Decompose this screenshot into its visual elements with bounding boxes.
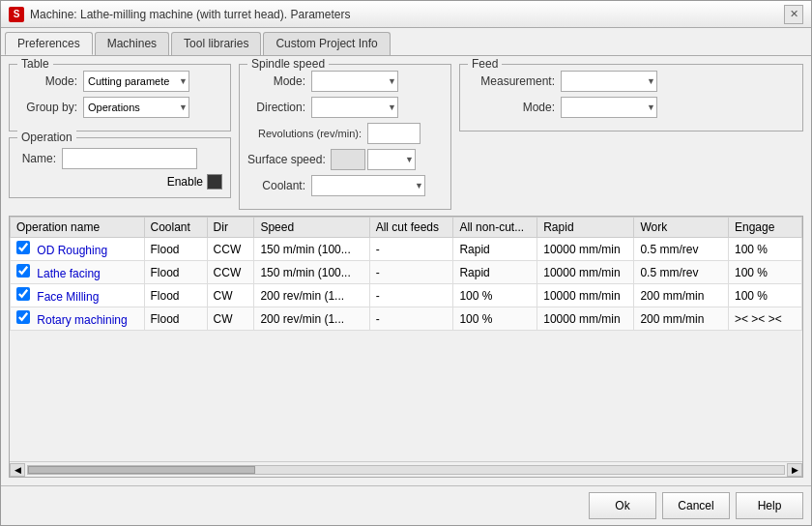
row-link-2[interactable]: Face Milling: [37, 290, 99, 304]
spindle-mode-label: Mode:: [247, 74, 305, 88]
scrollbar-thumb[interactable]: [28, 466, 255, 474]
spindle-dir-row: Direction: ▼: [247, 97, 443, 118]
row-link-0[interactable]: OD Roughing: [37, 244, 107, 257]
left-panels: Table Mode: Cutting paramete ▼ Group by:: [9, 64, 231, 198]
table-row[interactable]: Rotary machining Flood CW 200 rev/min (1…: [11, 307, 802, 331]
col-header-engage: Engage: [729, 218, 802, 238]
mode-select[interactable]: Cutting paramete: [83, 71, 189, 92]
cell-speed-1: 150 m/min (100...: [254, 261, 369, 284]
row-checkbox-3[interactable]: [16, 310, 30, 324]
cell-engage-1: 100 %: [729, 261, 802, 284]
cell-work-3: 200 mm/min: [634, 307, 729, 331]
spindle-group: Spindle speed Mode: ▼ Direction:: [239, 64, 451, 210]
feed-mode-select[interactable]: [561, 97, 657, 118]
row-link-3[interactable]: Rotary machining: [37, 313, 127, 327]
cell-rapid-1: 10000 mm/min: [537, 261, 634, 284]
groupby-select[interactable]: Operations: [83, 97, 189, 118]
row-checkbox-1[interactable]: [16, 264, 30, 278]
cell-allcut-3: -: [369, 307, 453, 331]
data-table-container: Operation name Coolant Dir Speed All cut…: [9, 216, 803, 478]
table-header-row: Operation name Coolant Dir Speed All cut…: [11, 218, 802, 238]
cell-allnoncut-1: Rapid: [453, 261, 537, 284]
table-row[interactable]: Face Milling Flood CW 200 rev/min (1... …: [11, 284, 802, 307]
ok-button[interactable]: Ok: [589, 492, 656, 519]
col-header-allcut: All cut feeds: [369, 218, 453, 238]
close-button[interactable]: ✕: [784, 5, 803, 24]
spindle-coolant-row: Coolant: ▼: [247, 175, 443, 196]
row-checkbox-0[interactable]: [16, 241, 30, 254]
feed-mode-label: Mode:: [468, 101, 555, 114]
groupby-label: Group by:: [17, 101, 77, 114]
feed-measurement-label: Measurement:: [468, 74, 555, 88]
spindle-rev-input[interactable]: 0: [367, 123, 420, 144]
spindle-surface-unit-select[interactable]: [367, 149, 416, 170]
col-header-name: Operation name: [11, 218, 145, 238]
cell-rapid-0: 10000 mm/min: [537, 238, 634, 261]
table-row[interactable]: Lathe facing Flood CCW 150 m/min (100...…: [11, 261, 802, 284]
col-header-work: Work: [634, 218, 729, 238]
bottom-bar: Ok Cancel Help: [1, 485, 811, 525]
table-group: Table Mode: Cutting paramete ▼ Group by:: [9, 64, 231, 132]
col-header-dir: Dir: [207, 218, 254, 238]
cell-name-1: Lathe facing: [11, 261, 145, 284]
cell-allnoncut-2: 100 %: [453, 284, 537, 307]
spindle-surface-input[interactable]: 0: [331, 149, 365, 170]
cell-rapid-3: 10000 mm/min: [537, 307, 634, 331]
cell-coolant-0: Flood: [144, 238, 207, 261]
tab-tool-libraries[interactable]: Tool libraries: [171, 32, 261, 55]
scrollbar-track[interactable]: [27, 465, 785, 475]
content-area: Table Mode: Cutting paramete ▼ Group by:: [1, 56, 811, 485]
cell-coolant-1: Flood: [144, 261, 207, 284]
cell-dir-3: CW: [207, 307, 254, 331]
feed-measurement-wrapper: ▼: [561, 71, 657, 92]
cell-engage-3: >< >< ><: [729, 307, 802, 331]
cell-dir-2: CW: [207, 284, 254, 307]
table-scroll[interactable]: Operation name Coolant Dir Speed All cut…: [10, 217, 802, 461]
spindle-dir-wrapper: ▼: [311, 97, 398, 118]
cell-rapid-2: 10000 mm/min: [537, 284, 634, 307]
feed-group: Feed Measurement: ▼ Mode:: [459, 64, 803, 132]
tab-preferences[interactable]: Preferences: [5, 32, 93, 55]
groupby-select-wrapper: Operations ▼: [83, 97, 189, 118]
spindle-coolant-select[interactable]: [311, 175, 425, 196]
top-panels: Table Mode: Cutting paramete ▼ Group by:: [9, 64, 803, 210]
feed-mode-row: Mode: ▼: [468, 97, 795, 118]
cell-name-3: Rotary machining: [11, 307, 145, 331]
spindle-surface-row: Surface speed: 0 ▼: [247, 149, 443, 170]
spindle-mode-select[interactable]: [311, 71, 398, 92]
spindle-surface-unit-wrapper: ▼: [367, 149, 416, 170]
spindle-mode-row: Mode: ▼: [247, 71, 443, 92]
cell-allcut-0: -: [369, 238, 453, 261]
col-header-coolant: Coolant: [144, 218, 207, 238]
tab-custom-project-info[interactable]: Custom Project Info: [263, 32, 390, 55]
table-row[interactable]: OD Roughing Flood CCW 150 m/min (100... …: [11, 238, 802, 261]
groupby-row: Group by: Operations ▼: [17, 97, 222, 118]
row-link-1[interactable]: Lathe facing: [37, 267, 100, 280]
horizontal-scrollbar[interactable]: ◀ ▶: [10, 461, 802, 477]
feed-measurement-select[interactable]: [561, 71, 657, 92]
cell-engage-0: 100 %: [729, 238, 802, 261]
enable-label: Enable: [167, 175, 203, 189]
help-button[interactable]: Help: [736, 492, 803, 519]
cell-work-0: 0.5 mm/rev: [634, 238, 729, 261]
scroll-left-btn[interactable]: ◀: [10, 463, 25, 477]
cell-allnoncut-0: Rapid: [453, 238, 537, 261]
cell-dir-0: CCW: [207, 238, 254, 261]
name-label: Name:: [17, 152, 56, 165]
window-title: Machine: Lathe-milling machine (with tur…: [30, 8, 350, 21]
mode-row: Mode: Cutting paramete ▼: [17, 71, 222, 92]
spindle-dir-select[interactable]: [311, 97, 398, 118]
tab-machines[interactable]: Machines: [95, 32, 169, 55]
name-input[interactable]: [62, 148, 197, 169]
feed-mode-wrapper: ▼: [561, 97, 657, 118]
col-header-allnoncut: All non-cut...: [453, 218, 537, 238]
cancel-button[interactable]: Cancel: [662, 492, 730, 519]
app-icon: S: [9, 7, 24, 22]
cell-engage-2: 100 %: [729, 284, 802, 307]
spindle-rev-row: Revolutions (rev/min): 0: [247, 123, 443, 144]
name-row: Name:: [17, 148, 222, 169]
main-window: S Machine: Lathe-milling machine (with t…: [0, 0, 812, 526]
row-checkbox-2[interactable]: [16, 287, 30, 301]
scroll-right-btn[interactable]: ▶: [787, 463, 802, 477]
enable-checkbox[interactable]: [207, 174, 222, 190]
